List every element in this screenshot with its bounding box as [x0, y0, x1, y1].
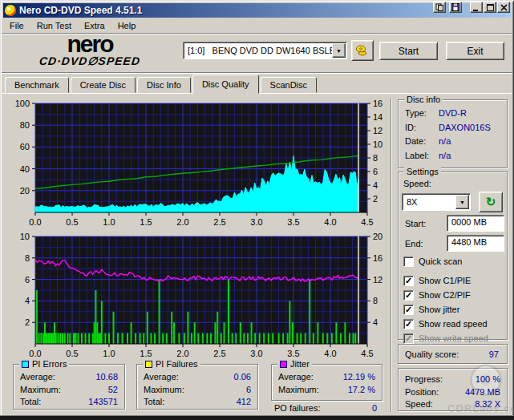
svg-text:3.5: 3.5	[287, 349, 299, 358]
checkmark-icon: ✓	[403, 333, 414, 344]
settings-title: Settings	[404, 167, 441, 176]
svg-text:16: 16	[373, 99, 382, 108]
tab-create-disc[interactable]: Create Disc	[71, 77, 136, 93]
drive-select-value: [1:0] BENQ DVD DD DW1640 BSLB	[184, 46, 332, 55]
close-icon[interactable]	[497, 2, 510, 13]
stat-label: Average:	[20, 372, 55, 382]
chevron-down-icon[interactable]: ▼	[455, 195, 469, 209]
window-bottom-edge	[0, 415, 514, 420]
svg-text:3.5: 3.5	[287, 217, 299, 227]
exit-button[interactable]: Exit	[446, 42, 504, 60]
chevron-down-icon[interactable]: ▼	[332, 43, 346, 58]
stat-value: 52	[108, 385, 118, 394]
tab-disc-info[interactable]: Disc Info	[137, 77, 191, 93]
svg-text:4: 4	[373, 180, 378, 190]
menu-file[interactable]: File	[3, 19, 30, 33]
pi-errors-stats-panel: PI Errors Average:10.68Maximum:52Total:1…	[13, 364, 125, 410]
stat-label: Maximum:	[278, 385, 319, 394]
disc-info-value: DAXON016S	[439, 123, 491, 132]
copy-icon[interactable]	[433, 2, 446, 13]
svg-text:12: 12	[373, 126, 382, 135]
stat-value: 412	[237, 397, 251, 406]
save-icon[interactable]	[449, 2, 462, 13]
progress-row-value: 4479 MB	[465, 387, 500, 397]
pi-errors-legend-swatch	[22, 361, 29, 368]
svg-text:16: 16	[373, 253, 382, 263]
end-position-label: End:	[405, 239, 423, 248]
tab-scandisc[interactable]: ScanDisc	[261, 77, 317, 93]
progress-row-value: 100 %	[476, 374, 500, 384]
svg-text:20: 20	[20, 186, 30, 196]
stat-label: Total:	[144, 397, 164, 406]
svg-text:4: 4	[373, 317, 378, 327]
start-button[interactable]: Start	[379, 42, 438, 60]
po-failures-label: PO failures:	[274, 403, 320, 413]
pi-failures-jitter-chart: 0.00.51.01.52.02.53.03.54.04.52468104812…	[0, 228, 390, 358]
stat-value: 0.06	[234, 372, 251, 382]
end-position-field[interactable]: 4480 MB	[447, 235, 504, 252]
svg-text:40: 40	[20, 164, 30, 174]
speed-select[interactable]: 8X ▼	[402, 193, 471, 211]
svg-text:2: 2	[25, 317, 30, 327]
stat-value: 6	[246, 385, 251, 394]
pi-failures-legend-swatch	[145, 361, 152, 368]
svg-text:10: 10	[20, 232, 30, 241]
nero-brand-text: nero	[18, 34, 162, 55]
tab-disc-quality[interactable]: Disc Quality	[192, 75, 259, 94]
stat-value: 10.68	[95, 372, 118, 382]
svg-text:4.0: 4.0	[324, 349, 336, 358]
refresh-speeds-button[interactable]: ↻	[479, 192, 503, 212]
svg-text:3.0: 3.0	[250, 349, 262, 358]
menu-help[interactable]: Help	[111, 19, 143, 33]
speed-select-value: 8X	[403, 197, 455, 207]
tab-benchmark[interactable]: Benchmark	[5, 77, 69, 93]
stat-label: Maximum:	[20, 385, 61, 394]
stat-value: 143571	[88, 397, 118, 406]
drive-select[interactable]: [1:0] BENQ DVD DD DW1640 BSLB ▼	[183, 42, 347, 59]
svg-text:6: 6	[373, 167, 378, 176]
progress-row-label: Progress:	[405, 374, 443, 384]
start-position-label: Start:	[405, 219, 426, 228]
svg-text:100: 100	[15, 99, 30, 108]
svg-text:10: 10	[373, 139, 382, 149]
svg-text:0.0: 0.0	[29, 349, 41, 358]
po-failures-value: 0	[321, 403, 377, 413]
checkmark-icon: ✓	[403, 276, 414, 286]
jitter-legend-swatch	[280, 361, 287, 368]
checkbox-show-jitter[interactable]: ✓Show jitter	[403, 304, 459, 315]
app-icon	[5, 5, 16, 16]
tab-strip: BenchmarkCreate DiscDisc InfoDisc Qualit…	[5, 77, 318, 94]
checkbox-show-c2-pif[interactable]: ✓Show C2/PIF	[403, 289, 471, 301]
quality-score-label: Quality score:	[405, 349, 459, 359]
disc-info-panel: Disc info Type:DVD-RID:DAXON016SDate:n/a…	[398, 99, 508, 168]
app-window: Nero CD-DVD Speed 4.51.1 FileRun TestExt…	[0, 0, 514, 420]
svg-text:8: 8	[25, 253, 30, 263]
minimize-icon[interactable]	[470, 2, 483, 13]
start-position-field[interactable]: 0000 MB	[447, 215, 504, 232]
disc-info-label: ID:	[405, 123, 416, 132]
svg-text:2: 2	[373, 194, 378, 204]
checkbox-show-c1-pie[interactable]: ✓Show C1/PIE	[403, 275, 471, 286]
svg-text:2.0: 2.0	[176, 217, 188, 227]
checkbox-quick-scan[interactable]: ✓Quick scan	[403, 256, 462, 267]
progress-row-label: Speed:	[405, 399, 433, 409]
nero-logo: nero CD·DVD∅SPEED	[18, 34, 162, 67]
svg-text:2.5: 2.5	[213, 217, 225, 227]
svg-text:4.5: 4.5	[361, 217, 373, 227]
checkmark-icon: ✓	[403, 319, 414, 329]
svg-text:12: 12	[373, 275, 382, 285]
disc-info-title: Disc info	[404, 95, 443, 104]
svg-text:0.5: 0.5	[66, 217, 78, 227]
stat-value: 12.19 %	[343, 372, 375, 382]
stat-label: Average:	[278, 372, 314, 382]
quality-score-value: 97	[489, 349, 499, 359]
checkbox-show-read-speed[interactable]: ✓Show read speed	[403, 318, 488, 329]
settings-panel: Settings Speed: 8X ▼ ↻ Start: 0000 MB En…	[398, 172, 508, 340]
eject-disc-button[interactable]	[351, 40, 374, 61]
disc-info-label: Date:	[405, 136, 426, 146]
maximize-icon[interactable]	[484, 2, 496, 13]
watermark: CDRLabs.com	[447, 402, 514, 414]
svg-text:3.0: 3.0	[250, 217, 262, 227]
disc-info-value: n/a	[439, 136, 451, 146]
stat-label: Average:	[144, 372, 179, 382]
